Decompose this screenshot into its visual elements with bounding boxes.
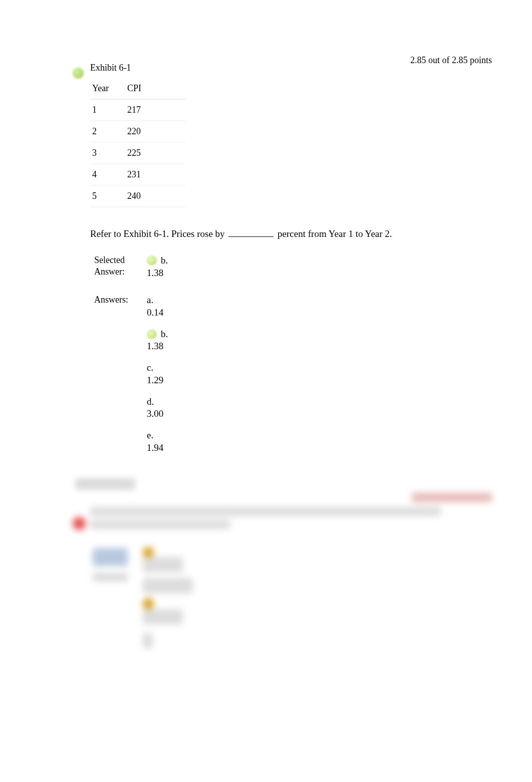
answer-letter: d. — [147, 396, 154, 408]
answer-option-e: e. 1.94 — [147, 429, 168, 454]
blurred-option — [143, 578, 193, 593]
blurred-next-question — [73, 493, 502, 653]
blurred-next-question-heading — [75, 478, 135, 490]
selected-answer-row: Selected Answer: b. 1.38 — [94, 254, 492, 288]
blurred-correct-icon — [143, 547, 154, 558]
selected-answer-value: 1.38 — [147, 267, 168, 280]
question-block: Exhibit 6-1 Year CPI 1217 2220 3225 4231… — [0, 0, 532, 463]
prompt-prefix: Refer to Exhibit 6-1. Prices rose by — [90, 228, 227, 239]
selected-answer-label: Selected Answer: — [94, 254, 137, 278]
answers-list-row: Answers: a. 0.14 b. 1.38 c. 1.29 — [94, 294, 492, 463]
cell-year: 2 — [90, 121, 125, 142]
answers-block: Selected Answer: b. 1.38 Answers: a. 0.1… — [94, 254, 492, 463]
selected-answer: b. 1.38 — [147, 254, 168, 279]
answer-option-b: b. 1.38 — [147, 328, 168, 353]
answer-letter: e. — [147, 429, 153, 442]
answers-options: a. 0.14 b. 1.38 c. 1.29 d. 3.00 — [147, 294, 168, 463]
blurred-answers-label — [93, 573, 128, 581]
blurred-option — [143, 557, 183, 572]
blurred-points — [412, 493, 492, 502]
blurred-option — [143, 609, 183, 624]
answer-letter: a. — [147, 294, 153, 307]
table-row: 5240 — [90, 185, 185, 207]
exhibit-table: Year CPI 1217 2220 3225 4231 5240 — [90, 78, 185, 207]
blurred-text-line — [90, 520, 230, 529]
correct-icon — [147, 329, 157, 339]
blurred-selected-label — [93, 548, 128, 566]
question-prompt: Refer to Exhibit 6-1. Prices rose by per… — [90, 227, 492, 239]
answer-option-c: c. 1.29 — [147, 362, 168, 386]
table-row: 3225 — [90, 142, 185, 164]
blurred-option — [143, 633, 153, 648]
correct-status-icon — [73, 68, 84, 79]
answer-option-d: d. 3.00 — [147, 396, 168, 420]
blurred-correct-icon — [143, 598, 154, 609]
table-row: 1217 — [90, 99, 185, 121]
cell-year: 5 — [90, 185, 125, 207]
cell-year: 3 — [90, 142, 125, 164]
selected-answer-letter: b. — [161, 254, 168, 267]
answers-label: Answers: — [94, 294, 137, 306]
cell-year: 1 — [90, 99, 125, 121]
cell-cpi: 217 — [125, 99, 185, 121]
cell-cpi: 225 — [125, 142, 185, 164]
answer-value: 1.38 — [147, 340, 168, 353]
table-header-cpi: CPI — [125, 78, 185, 99]
answer-value: 0.14 — [147, 307, 168, 319]
table-row: 4231 — [90, 164, 185, 185]
answer-value: 3.00 — [147, 408, 168, 420]
prompt-suffix: percent from Year 1 to Year 2. — [275, 228, 392, 239]
cell-cpi: 240 — [125, 185, 185, 207]
exhibit-title: Exhibit 6-1 — [90, 63, 492, 73]
answer-letter: b. — [161, 328, 168, 341]
correct-icon — [147, 255, 157, 266]
table-header-year: Year — [90, 78, 125, 99]
cell-cpi: 220 — [125, 121, 185, 142]
blurred-status-icon — [73, 517, 86, 530]
fill-in-blank — [228, 227, 274, 237]
blurred-text-line — [90, 507, 441, 516]
table-row: 2220 — [90, 121, 185, 142]
answer-letter: c. — [147, 362, 153, 374]
table-header-row: Year CPI — [90, 78, 185, 99]
cell-cpi: 231 — [125, 164, 185, 185]
answer-option-a: a. 0.14 — [147, 294, 168, 319]
cell-year: 4 — [90, 164, 125, 185]
answer-value: 1.94 — [147, 442, 168, 454]
answer-value: 1.29 — [147, 374, 168, 387]
